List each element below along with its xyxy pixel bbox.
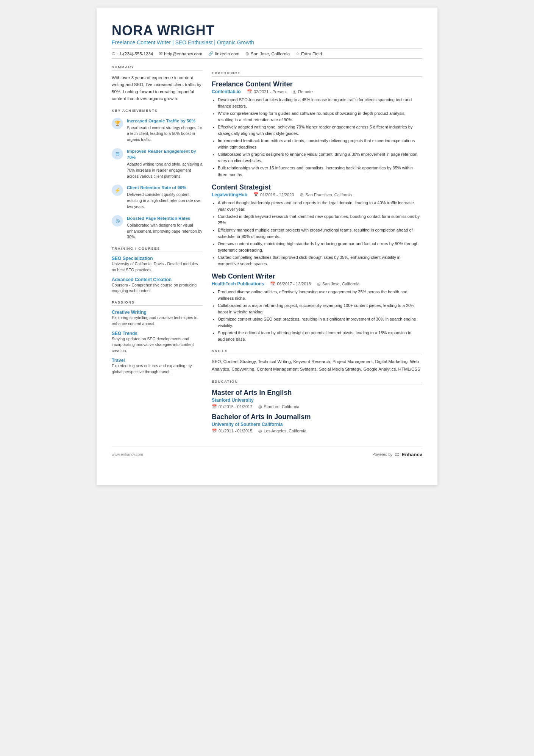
passions-list: Creative Writing Exploring storytelling … — [112, 310, 203, 375]
achievement-item: 🏆 Increased Organic Traffic by 50% Spear… — [112, 118, 203, 143]
bullet-item: Wrote comprehensive long-form guides and… — [218, 110, 422, 123]
achievement-item: ⚡ Client Retention Rate of 90% Delivered… — [112, 185, 203, 210]
job-title: Freelance Content Writer — [212, 80, 422, 88]
training-item: Advanced Content Creation Coursera - Com… — [112, 277, 203, 294]
resume-container: NORA WRIGHT Freelance Content Writer | S… — [97, 8, 437, 485]
brand-name: Enhancv — [402, 452, 422, 457]
education-list: Master of Arts in English Stanford Unive… — [212, 389, 422, 434]
achievement-icon: ⚡ — [112, 185, 123, 196]
bullet-item: Efficiently managed multiple content pro… — [218, 227, 422, 240]
edu-degree: Master of Arts in English — [212, 389, 422, 397]
powered-by-text: Powered by — [372, 452, 392, 457]
job-meta: Contentlab.io 📅02/2021 - Present ◎Remote — [212, 89, 422, 94]
training-desc: Coursera - Comprehensive course on produ… — [112, 282, 203, 294]
edu-meta: Stanford University — [212, 398, 422, 403]
achievement-content: Boosted Page Retention Rates Collaborate… — [127, 215, 203, 240]
edu-dates: 📅01/2011 - 01/2015 — [212, 429, 252, 434]
achievement-desc: Delivered consistent quality content, re… — [127, 192, 203, 210]
training-title: Advanced Content Creation — [112, 277, 203, 282]
left-column: SUMMARY With over 3 years of experience … — [112, 65, 203, 437]
job-location: ◎Remote — [293, 89, 313, 94]
contact-extra: ☆ Extra Field — [296, 51, 322, 56]
summary-label: SUMMARY — [112, 65, 203, 70]
achievement-content: Improved Reader Engagement by 70% Adapte… — [127, 148, 203, 179]
achievement-content: Client Retention Rate of 90% Delivered c… — [127, 185, 203, 210]
experience-label: EXPERIENCE — [212, 71, 422, 77]
education-block: Bachelor of Arts in Journalism Universit… — [212, 413, 422, 434]
passion-desc: Exploring storytelling and narrative tec… — [112, 315, 203, 327]
job-title: Web Content Writer — [212, 272, 422, 280]
contact-location: ◎ San Jose, California — [245, 51, 290, 56]
achievement-icon: ⊟ — [112, 148, 123, 160]
training-list: SEO Specialization University of Califor… — [112, 256, 203, 294]
footer: www.enhancv.com Powered by ∞ Enhancv — [112, 446, 422, 459]
achievement-icon: ◎ — [112, 215, 123, 227]
achievement-item: ◎ Boosted Page Retention Rates Collabora… — [112, 215, 203, 240]
edu-dates: 📅01/2015 - 01/2017 — [212, 404, 252, 409]
footer-website: www.enhancv.com — [112, 452, 143, 457]
bullet-item: Authored thought leadership pieces and t… — [218, 200, 422, 213]
bullet-item: Supported the editorial team by offering… — [218, 330, 422, 343]
achievements-label: KEY ACHIEVEMENTS — [112, 108, 203, 114]
job-bullets: Produced diverse online articles, effect… — [212, 289, 422, 343]
experience-list: Freelance Content Writer Contentlab.io 📅… — [212, 80, 422, 343]
training-desc: University of California, Davis - Detail… — [112, 261, 203, 273]
right-column: EXPERIENCE Freelance Content Writer Cont… — [212, 65, 422, 437]
training-item: SEO Specialization University of Califor… — [112, 256, 203, 273]
edu-location: ◎Stanford, California — [258, 404, 299, 409]
achievement-desc: Adapted writing tone and style, achievin… — [127, 161, 203, 179]
company-name: HealthTech Publications — [212, 281, 264, 286]
edu-location: ◎Los Angeles, California — [258, 429, 306, 434]
passion-title: SEO Trends — [112, 331, 203, 336]
job-location: ◎San Jose, California — [317, 282, 359, 286]
star-icon: ☆ — [296, 51, 300, 56]
body-layout: SUMMARY With over 3 years of experience … — [112, 65, 422, 437]
skills-label: SKILLS — [212, 349, 422, 354]
phone-icon: ✆ — [112, 51, 115, 56]
bullet-item: Collaborated with graphic designers to e… — [218, 151, 422, 164]
bullet-item: Effectively adapted writing tone, achiev… — [218, 124, 422, 137]
job-location: ◎San Francisco, California — [300, 192, 352, 197]
bullet-item: Optimized content using SEO best practic… — [218, 316, 422, 329]
education-block: Master of Arts in English Stanford Unive… — [212, 389, 422, 409]
experience-block: Content Strategist LegalwritingHub 📅01/2… — [212, 183, 422, 267]
training-title: SEO Specialization — [112, 256, 203, 261]
bullet-item: Implemented feedback from editors and cl… — [218, 138, 422, 150]
achievement-desc: Spearheaded content strategy changes for… — [127, 125, 203, 143]
location-icon: ◎ — [245, 51, 249, 56]
training-label: TRAINING / COURSES — [112, 246, 203, 252]
passion-item: Creative Writing Exploring storytelling … — [112, 310, 203, 327]
summary-text: With over 3 years of experience in conte… — [112, 74, 203, 102]
job-title: Content Strategist — [212, 183, 422, 191]
edu-meta: University of Southern California — [212, 422, 422, 427]
job-bullets: Developed SEO-focused articles leading t… — [212, 97, 422, 178]
contact-phone: ✆ +1-(234)-555-1234 — [112, 51, 153, 56]
edu-school: University of Southern California — [212, 422, 283, 427]
contact-bar: ✆ +1-(234)-555-1234 ✉ help@enhancv.com 🔗… — [112, 49, 422, 59]
job-meta: LegalwritingHub 📅01/2019 - 12/2020 ◎San … — [212, 192, 422, 197]
candidate-name: NORA WRIGHT — [112, 23, 422, 39]
bullet-item: Crafted compelling headlines that improv… — [218, 254, 422, 267]
bullet-item: Produced diverse online articles, effect… — [218, 289, 422, 302]
achievements-list: 🏆 Increased Organic Traffic by 50% Spear… — [112, 118, 203, 240]
achievement-icon: 🏆 — [112, 118, 123, 129]
achievement-desc: Collaborated with designers for visual e… — [127, 222, 203, 240]
header: NORA WRIGHT Freelance Content Writer | S… — [112, 23, 422, 59]
job-meta: HealthTech Publications 📅06/2017 - 12/20… — [212, 281, 422, 286]
achievement-title: Improved Reader Engagement by 70% — [127, 148, 203, 160]
passion-title: Travel — [112, 358, 203, 363]
job-dates: 📅02/2021 - Present — [247, 89, 287, 94]
experience-block: Web Content Writer HealthTech Publicatio… — [212, 272, 422, 343]
passion-item: SEO Trends Staying updated on SEO develo… — [112, 331, 203, 354]
email-icon: ✉ — [159, 51, 162, 56]
contact-linkedin: 🔗 linkedin.com — [208, 51, 239, 56]
passion-title: Creative Writing — [112, 310, 203, 315]
edu-date-loc: 📅01/2015 - 01/2017 ◎Stanford, California — [212, 404, 422, 409]
achievement-title: Client Retention Rate of 90% — [127, 185, 203, 191]
edu-degree: Bachelor of Arts in Journalism — [212, 413, 422, 421]
achievement-title: Increased Organic Traffic by 50% — [127, 118, 203, 124]
contact-email: ✉ help@enhancv.com — [159, 51, 202, 56]
bullet-item: Oversaw content quality, maintaining hig… — [218, 241, 422, 254]
edu-date-loc: 📅01/2011 - 01/2015 ◎Los Angeles, Califor… — [212, 429, 422, 434]
edu-school: Stanford University — [212, 398, 254, 403]
